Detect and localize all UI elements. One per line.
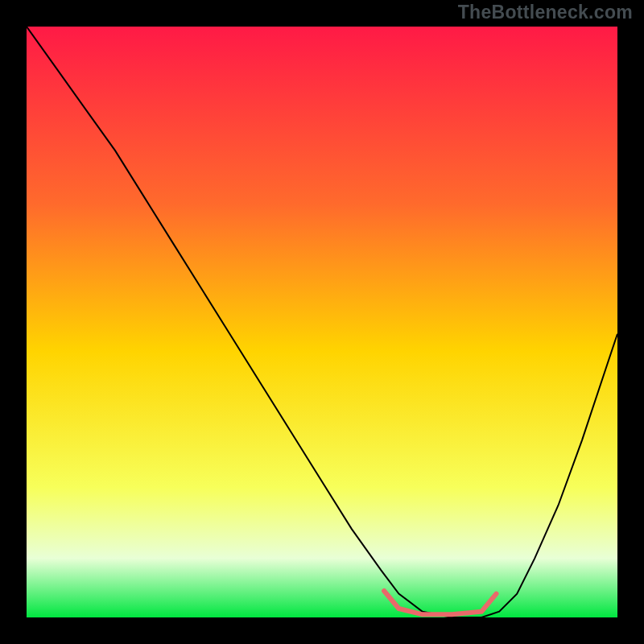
- plot-area: [27, 27, 617, 617]
- bottleneck-plot: [27, 27, 617, 617]
- chart-frame: TheBottleneck.com: [0, 0, 644, 644]
- watermark-label: TheBottleneck.com: [458, 2, 633, 23]
